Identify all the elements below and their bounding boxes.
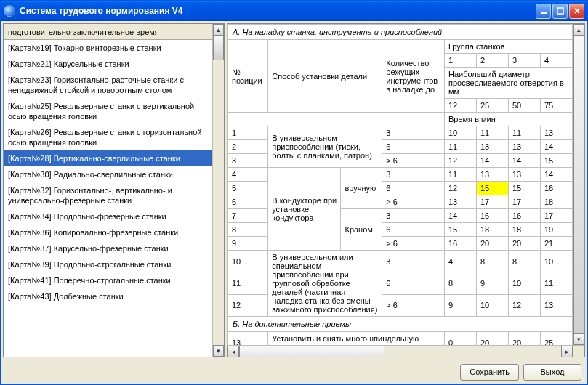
cell-val[interactable]: 14 [444, 209, 476, 223]
cell-pos[interactable]: 12 [228, 294, 268, 316]
cell-val[interactable]: 20 [476, 237, 508, 251]
cell-val[interactable]: 13 [540, 126, 572, 140]
cell-val[interactable]: 14 [476, 154, 508, 168]
cell-val[interactable]: 8 [476, 251, 508, 272]
cell-val[interactable]: 16 [476, 209, 508, 223]
scroll-up-button[interactable]: ▴ [573, 24, 584, 36]
cell-val[interactable]: 11 [476, 126, 508, 140]
cell-val[interactable]: 11 [444, 168, 476, 182]
scroll-track[interactable] [239, 346, 561, 357]
list-item[interactable]: [Карта№34] Продольно-фрезерные станки [4, 208, 212, 224]
cell-val[interactable]: 11 [508, 126, 540, 140]
cell-val[interactable]: 12 [444, 154, 476, 168]
cell-val[interactable]: 13 [540, 294, 572, 316]
cell-val[interactable]: 14 [540, 140, 572, 154]
list-item[interactable]: [Карта№37] Карусельно-фрезерные станки [4, 240, 212, 256]
list-item[interactable]: [Карта№30] Радиально-сверлильные станки [4, 166, 212, 182]
main-v-scrollbar[interactable]: ▴ ▾ [573, 24, 584, 345]
cell-pos[interactable]: 4 [228, 168, 268, 182]
cell-method[interactable]: В универсальном или специальном приспосо… [268, 251, 382, 317]
save-button[interactable]: Сохранить [460, 364, 519, 381]
cell-val[interactable]: 17 [508, 195, 540, 209]
cell-pos[interactable]: 6 [228, 195, 268, 209]
cell-submethod[interactable]: вручную [341, 168, 382, 209]
cell-pos[interactable]: 3 [228, 154, 268, 168]
exit-button[interactable]: Выход [523, 364, 581, 381]
cell-pos[interactable]: 7 [228, 209, 268, 223]
cell-val[interactable]: 14 [540, 168, 572, 182]
cell-val[interactable]: 9 [476, 272, 508, 294]
cell-pos[interactable]: 8 [228, 223, 268, 237]
cell-val[interactable]: 13 [508, 168, 540, 182]
scroll-down-button[interactable]: ▾ [213, 345, 224, 357]
cell-val[interactable]: 11 [540, 272, 572, 294]
cell-qty[interactable]: > 6 [382, 154, 445, 168]
cell-val[interactable]: 13 [476, 168, 508, 182]
cell-val[interactable]: 15 [444, 223, 476, 237]
scroll-track[interactable] [573, 36, 584, 333]
cell-val[interactable]: 20 [508, 237, 540, 251]
cell-val[interactable]: 25 [540, 332, 572, 346]
list-item[interactable]: [Карта№43] Долбежные станки [4, 288, 212, 304]
cell-qty[interactable]: 6 [382, 140, 445, 154]
cell-qty[interactable]: 3 [382, 168, 445, 182]
cell-val[interactable]: 12 [508, 294, 540, 316]
cell-val[interactable]: 0 [444, 332, 476, 346]
close-button[interactable] [569, 4, 584, 19]
cell-val[interactable]: 20 [476, 332, 508, 346]
cell-val[interactable]: 16 [508, 209, 540, 223]
maximize-button[interactable] [552, 4, 568, 19]
cell-qty[interactable]: 6 [382, 182, 445, 195]
cell-submethod[interactable]: Краном [341, 209, 382, 251]
cell-qty[interactable]: 6 [382, 223, 445, 237]
list-item-selected[interactable]: [Карта№28] Вертикально-сверлильные станк… [4, 150, 212, 166]
list-item[interactable]: [Карта№19] Токарно-винторезные станки [4, 40, 212, 56]
sidebar-scrollbar[interactable]: ▴ ▾ [212, 24, 224, 357]
cell-pos[interactable]: 2 [228, 140, 268, 154]
cell-pos[interactable]: 1 [228, 126, 268, 140]
cell-val[interactable]: 12 [444, 182, 476, 195]
list-item[interactable]: [Карта№21] Карусельные станки [4, 56, 212, 72]
scroll-thumb[interactable] [239, 346, 384, 357]
cell-val[interactable]: 19 [540, 223, 572, 237]
cell-val[interactable]: 11 [444, 140, 476, 154]
scroll-down-button[interactable]: ▾ [573, 333, 584, 345]
list-header[interactable]: подготовительно-заключительное время [4, 24, 212, 40]
list-item[interactable]: [Карта№32] Горизонтально-, вертикально- … [4, 182, 212, 208]
cell-val[interactable]: 18 [508, 223, 540, 237]
cell-val[interactable]: 18 [540, 195, 572, 209]
cell-val[interactable]: 17 [540, 209, 572, 223]
cell-pos[interactable]: 5 [228, 182, 268, 195]
scroll-thumb[interactable] [213, 36, 224, 60]
cell-pos[interactable]: 10 [228, 251, 268, 272]
list-item[interactable]: [Карта№39] Продольно-строгальные станки [4, 256, 212, 272]
list-item[interactable]: [Карта№41] Поперечно-строгальные станки [4, 272, 212, 288]
cell-val[interactable]: 13 [444, 195, 476, 209]
list-item[interactable]: [Карта№36] Копировально-фрезерные станки [4, 224, 212, 240]
cell-val[interactable]: 10 [444, 126, 476, 140]
cell-val[interactable]: 4 [444, 251, 476, 272]
cell-val[interactable]: 20 [508, 332, 540, 346]
list-item[interactable]: [Карта№23] Горизонтально-расточные станк… [4, 72, 212, 98]
scroll-up-button[interactable]: ▴ [213, 24, 224, 36]
titlebar[interactable]: Система трудового нормирования V4 [1, 1, 587, 21]
cell-pos[interactable]: 11 [228, 272, 268, 294]
card-list[interactable]: подготовительно-заключительное время [Ка… [4, 24, 212, 357]
cell-val[interactable]: 8 [508, 251, 540, 272]
cell-qty[interactable]: > 6 [382, 294, 445, 316]
scroll-track[interactable] [213, 36, 224, 345]
main-h-scrollbar[interactable]: ◂ ▸ [227, 345, 584, 357]
cell-qty[interactable]: 3 [382, 126, 445, 140]
cell-val[interactable]: 15 [508, 182, 540, 195]
cell-qty[interactable]: > 6 [382, 195, 445, 209]
cell-qty[interactable]: 3 [382, 209, 445, 223]
cell-val[interactable]: 9 [444, 294, 476, 316]
cell-val[interactable]: 15 [540, 154, 572, 168]
cell-method[interactable]: В кондукторе при установке кондуктора [268, 168, 341, 251]
cell-val[interactable]: 21 [540, 237, 572, 251]
cell-val[interactable]: 10 [508, 272, 540, 294]
cell-qty[interactable]: 3 [382, 251, 445, 272]
cell-val[interactable]: 18 [476, 223, 508, 237]
cell-val-highlighted[interactable]: 15 [476, 182, 508, 195]
cell-val[interactable]: 10 [540, 251, 572, 272]
